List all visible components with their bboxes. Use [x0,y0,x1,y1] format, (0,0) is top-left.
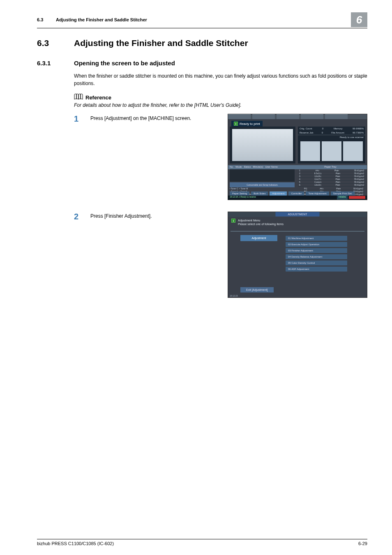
th-paper-tray: Paper Tray [294,165,367,169]
menu-item-color-density[interactable]: 05 Color Density Control [286,260,347,265]
footer-page-number: 6-29 [358,541,367,546]
reserve-label: Reserve Job [300,131,314,134]
controller-button[interactable]: Controller [288,191,304,196]
both-sides-button[interactable]: Both Sides [251,191,268,196]
machine-graphic-panel [230,127,295,164]
adjustment-button[interactable]: Adjustment [270,191,287,196]
menu-item-machine-adjustment[interactable]: 01 Machine Adjustment [286,236,347,241]
screen-title: ADJUSTMENT [275,212,319,216]
reference-text: For details about how to adjust the fini… [74,102,367,108]
reference-block: Reference For details about how to adjus… [74,94,367,108]
adjustment-menu-screenshot: ADJUSTMENT i Adjustment Menu Please sele… [228,212,367,298]
info-icon: i [231,219,235,223]
step-1: 1 Press [Adjustment] on the [MACHINE] sc… [74,114,367,200]
adjustment-menu-list: 01 Machine Adjustment 02 Execute Adjust … [286,236,347,273]
screen-tab[interactable] [228,114,251,119]
screen-header: i Adjustment Menu Please select one of f… [231,219,284,226]
table-row: 613x19□Plain55-61g/m2 [298,184,365,187]
divider [231,231,364,232]
finishing-button[interactable] [349,196,365,199]
consumable-bar: Consumable and Scrap Indicators [230,182,295,187]
memory-label: Memory [334,127,343,130]
status-banner: i Ready to print [231,121,263,127]
table-header: No. Mode Status Minute(s) User Name Pape… [228,165,367,169]
screen-footer-time: 15:12:23 [228,294,239,297]
reference-heading: Reference [85,94,111,101]
status-text: Ready to print [240,122,260,126]
bottom-button-row: Paper Setting Both Sides Adjustment Cont… [230,191,355,196]
book-icon [74,94,83,101]
exit-adjustment-button[interactable]: Exit [Adjustment] [240,287,274,292]
table-row: 411x17□Plain55-61g/m2 [298,178,365,181]
adjustment-menu-subtitle: Please select one of following items [238,222,284,226]
tray-list: 1A4□Plain55-61g/m2 28.5x11□Plain55-61g/m… [298,169,365,187]
menu-item-adf-adjustment[interactable]: 06 ADF Adjustment [286,267,347,272]
header-section-number: 6.3 [37,17,43,22]
table-row: 312x18□Plain55-61g/m2 [298,175,365,178]
adjustment-category-button[interactable]: Adjustment [240,235,277,241]
initialize-button[interactable]: Initialize [337,196,348,200]
header-left: 6.3 Adjusting the Finisher and Saddle St… [37,17,147,22]
th-status: Status [244,166,251,168]
orig-count-value: 0 [322,127,323,130]
step-2: 2 Press [Finisher Adjustment]. ADJUSTMEN… [74,212,367,298]
screen-footer: 15:12:18 ⚠ Ready to receive Initialize [228,196,367,200]
menu-item-density-balance[interactable]: 04 Density Balance Adjustment [286,254,347,259]
table-row: 28.5x11□Plain55-61g/m2 [298,172,365,175]
th-no: No. [230,166,233,168]
machine-image [232,129,293,161]
screen-tab[interactable] [301,114,323,119]
table-row: 5CustomPlain55-61g/m2 [298,181,365,184]
th-user: User Name [265,166,277,168]
tray-thumbnail [322,141,341,161]
paper-setting-button[interactable]: Paper Setting [230,191,249,196]
table-row: 1A4□Plain55-61g/m2 [298,169,365,172]
step-1-number: 1 [74,114,90,123]
subsection-heading: 6.3.1 Opening the screen to be adjusted [37,60,367,67]
h2-title: Adjusting the Finisher and Saddle Stitch… [74,38,248,48]
tone-adjustment-button[interactable]: Tone Adjustment [306,191,329,196]
screen-tab[interactable] [325,114,348,119]
page-footer: bizhub PRESS C1100/C1085 (IC-602) 6-29 [37,539,367,546]
status-panel: Orig. Count0Memory99.9998% Reserve Job0F… [298,127,365,164]
step-2-text: Press [Finisher Adjustment]. [90,212,228,219]
step-2-number: 2 [74,212,90,221]
page-header: 6.3 Adjusting the Finisher and Saddle St… [37,12,367,28]
reserve-value: 0 [322,131,323,134]
screen-topbar: ADJUSTMENT [228,212,367,217]
left-menu-panel: Adjustment [240,235,277,241]
tray-thumbnail [300,141,320,161]
screen-tab[interactable] [277,114,299,119]
sample-print-set-button[interactable]: Sample Print Set. [331,191,355,196]
machine-screen-screenshot: i Ready to print Main Body Orig. Count0M… [228,114,367,200]
h2-number: 6.3 [37,38,74,48]
th-mode: Mode [235,166,242,168]
th-minutes: Minute(s) [253,166,263,168]
header-section-name: Adjusting the Finisher and Saddle Stitch… [56,17,147,22]
memory-value: 99.9998% [353,127,364,130]
footer-model: bizhub PRESS C1100/C1085 (IC-602) [37,541,114,546]
table-row: PI1A4□Plain55-61g/m2 [303,187,364,190]
job-list [230,169,295,182]
file-amount-value: 99.7399% [353,131,364,134]
menu-item-finisher-adjustment[interactable]: 03 Finisher Adjustment [286,248,347,253]
chapter-badge: 6 [351,12,367,27]
footer-status: 15:12:18 ⚠ Ready to receive [230,196,256,200]
tray-thumbnail [343,141,363,161]
h3-number: 6.3.1 [37,60,74,67]
info-icon: i [234,122,238,126]
step-1-text: Press [Adjustment] on the [MACHINE] scre… [90,114,228,121]
orig-count-label: Orig. Count [300,127,312,130]
menu-item-execute-adjust[interactable]: 02 Execute Adjust Operation [286,242,347,247]
file-amount-label: File Amount [331,131,344,134]
section-heading: 6.3 Adjusting the Finisher and Saddle St… [37,38,367,48]
screen-tab[interactable] [252,114,275,119]
ready-scanner-text: Ready to use scanner [340,136,364,138]
adjustment-menu-label: Adjustment Menu [238,219,284,222]
intro-paragraph: When the finisher or saddle stitcher is … [74,72,367,87]
h3-title: Opening the screen to be adjusted [74,60,175,67]
